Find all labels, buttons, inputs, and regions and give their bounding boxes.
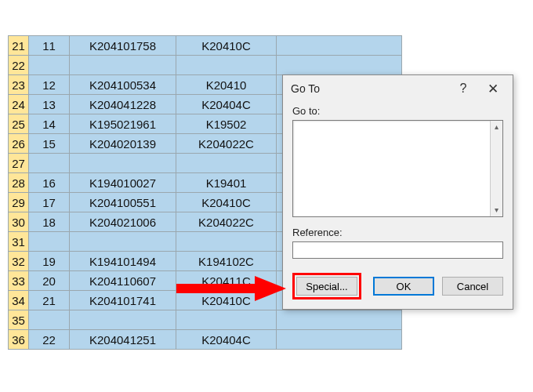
cell[interactable]: 18	[29, 212, 70, 232]
scrollbar[interactable]: ▴ ▾	[490, 121, 502, 216]
table-row: 2111K204101758K20410C	[9, 36, 402, 56]
cell[interactable]: 22	[29, 330, 70, 350]
cell[interactable]: K20410	[176, 75, 277, 95]
reference-input[interactable]	[292, 241, 503, 259]
cell[interactable]	[277, 56, 402, 75]
cell[interactable]: K20404C	[176, 330, 277, 350]
cell[interactable]: K204101758	[70, 36, 176, 56]
row-header[interactable]: 25	[9, 114, 29, 134]
cell[interactable]: K204110607	[70, 271, 176, 291]
cell[interactable]	[176, 56, 277, 75]
table-row: 35	[9, 310, 402, 330]
cell[interactable]: 16	[29, 173, 70, 193]
cell[interactable]: 19	[29, 252, 70, 271]
row-header[interactable]: 34	[9, 291, 29, 310]
cell[interactable]: K19502	[176, 114, 277, 134]
row-header[interactable]: 22	[9, 56, 29, 75]
cell[interactable]: 14	[29, 114, 70, 134]
close-button[interactable]: ✕	[478, 81, 508, 97]
row-header[interactable]: 32	[9, 252, 29, 271]
cell[interactable]	[29, 310, 70, 330]
cell[interactable]: K195021961	[70, 114, 176, 134]
cell[interactable]: K20410C	[176, 36, 277, 56]
row-header[interactable]: 29	[9, 193, 29, 212]
cell[interactable]: K204101741	[70, 291, 176, 310]
reference-label: Reference:	[292, 227, 503, 238]
cell[interactable]: K19401	[176, 173, 277, 193]
row-header[interactable]: 35	[9, 310, 29, 330]
cell[interactable]: K20410C	[176, 193, 277, 212]
cell[interactable]	[176, 310, 277, 330]
row-header[interactable]: 27	[9, 154, 29, 173]
table-row: 22	[9, 56, 402, 75]
cancel-button[interactable]: Cancel	[442, 277, 503, 296]
ok-button[interactable]: OK	[373, 277, 434, 296]
table-row: 3622K204041251K20404C	[9, 330, 402, 350]
row-header[interactable]: 36	[9, 330, 29, 350]
highlight-special: Special...	[292, 273, 361, 299]
row-header[interactable]: 28	[9, 173, 29, 193]
cell[interactable]: K204041251	[70, 330, 176, 350]
cell[interactable]: 21	[29, 291, 70, 310]
row-header[interactable]: 33	[9, 271, 29, 291]
row-header[interactable]: 31	[9, 232, 29, 252]
cell[interactable]	[29, 232, 70, 252]
dialog-titlebar: Go To ? ✕	[283, 75, 513, 102]
cell[interactable]: 17	[29, 193, 70, 212]
cell[interactable]: K194010027	[70, 173, 176, 193]
special-button[interactable]: Special...	[296, 277, 357, 296]
cell[interactable]	[277, 310, 402, 330]
cell[interactable]	[70, 154, 176, 173]
cell[interactable]: K194101494	[70, 252, 176, 271]
cell[interactable]: K204020139	[70, 134, 176, 154]
cell[interactable]: K204022C	[176, 212, 277, 232]
cell[interactable]: 11	[29, 36, 70, 56]
cell[interactable]: K204021006	[70, 212, 176, 232]
cell[interactable]: K204100534	[70, 75, 176, 95]
row-header[interactable]: 21	[9, 36, 29, 56]
cell[interactable]: K204041228	[70, 95, 176, 114]
cell[interactable]	[176, 232, 277, 252]
goto-listbox[interactable]: ▴ ▾	[292, 120, 503, 217]
row-header[interactable]: 26	[9, 134, 29, 154]
cell[interactable]: K20411C	[176, 271, 277, 291]
cell[interactable]	[70, 56, 176, 75]
row-header[interactable]: 24	[9, 95, 29, 114]
cell[interactable]: K204100551	[70, 193, 176, 212]
cell[interactable]: 20	[29, 271, 70, 291]
goto-dialog: Go To ? ✕ Go to: ▴ ▾ Reference: Special.…	[282, 74, 513, 310]
cell[interactable]	[176, 154, 277, 173]
cell[interactable]: K20404C	[176, 95, 277, 114]
scroll-up-icon[interactable]: ▴	[491, 121, 502, 133]
scroll-down-icon[interactable]: ▾	[491, 204, 502, 216]
cell[interactable]	[277, 330, 402, 350]
cell[interactable]: K20410C	[176, 291, 277, 310]
cell[interactable]: 12	[29, 75, 70, 95]
cell[interactable]: K204022C	[176, 134, 277, 154]
cell[interactable]: K194102C	[176, 252, 277, 271]
dialog-title: Go To	[291, 82, 320, 95]
cell[interactable]	[70, 310, 176, 330]
cell[interactable]	[277, 36, 402, 56]
cell[interactable]	[29, 154, 70, 173]
help-button[interactable]: ?	[448, 82, 478, 96]
dialog-button-row: Special... OK Cancel	[283, 267, 513, 309]
cell[interactable]: 15	[29, 134, 70, 154]
cell[interactable]: 13	[29, 95, 70, 114]
row-header[interactable]: 30	[9, 212, 29, 232]
cell[interactable]	[29, 56, 70, 75]
row-header[interactable]: 23	[9, 75, 29, 95]
cell[interactable]	[70, 232, 176, 252]
goto-label: Go to:	[292, 105, 503, 117]
